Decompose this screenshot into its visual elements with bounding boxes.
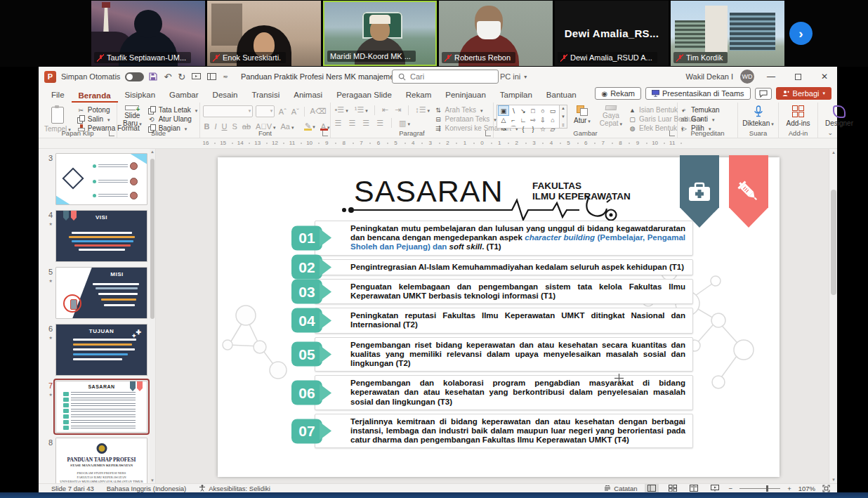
objective-item[interactable]: 05Pengembangan riset bidang keperawatan … (291, 337, 693, 372)
decrease-font-icon[interactable]: Aˇ (290, 107, 300, 116)
slide-thumbnail-entry[interactable]: 3 (41, 153, 148, 205)
reset-button[interactable]: ⟲Atur Ulang (148, 115, 198, 123)
tab-desain[interactable]: Desain (206, 88, 245, 103)
font-size-select[interactable] (256, 105, 275, 117)
save-icon[interactable] (149, 72, 157, 81)
zoom-slider[interactable] (739, 488, 780, 489)
tab-tampilan[interactable]: Tampilan (493, 88, 539, 103)
increase-indent-icon[interactable]: ⇥ (394, 105, 402, 114)
slide-thumbnail-entry[interactable]: 7★SASARAN (41, 381, 148, 433)
reading-view-button[interactable] (687, 484, 701, 492)
collapse-ribbon-icon[interactable]: ⌄ (827, 129, 833, 136)
dialog-launcher-icon[interactable] (109, 131, 114, 136)
tab-animasi[interactable]: Animasi (287, 88, 329, 103)
zoom-in-button[interactable]: + (787, 485, 791, 492)
shapes-gallery[interactable]: ▣∖↘□○▭△⌐∟⇨⇩⌂↝⌒{}☆▱ (497, 105, 560, 129)
slide-sorter-button[interactable] (666, 484, 680, 492)
slide-count[interactable]: Slide 7 dari 43 (51, 485, 94, 492)
slide-thumbnail[interactable]: PANDUAN TAHAP PROFESISTASE MANAJEMEN KEP… (55, 438, 147, 483)
tab-beranda[interactable]: Beranda (72, 89, 118, 103)
slide-thumbnail-entry[interactable]: 8PANDUAN TAHAP PROFESISTASE MANAJEMEN KE… (41, 438, 148, 483)
slide-thumbnail-entry[interactable]: 6★TUJUAN✚✚ (41, 324, 148, 376)
quick-styles-button[interactable]: Gaya Cepat (597, 105, 625, 129)
paste-button[interactable]: Tempel (41, 105, 74, 129)
next-participants-button[interactable]: › (789, 22, 813, 45)
designer-button[interactable]: Designer (821, 105, 857, 128)
shape-tool[interactable]: ▭ (548, 106, 558, 115)
participant-tile[interactable]: Tim Kordik (671, 1, 784, 66)
scroll-down-icon[interactable]: ▼ (150, 478, 155, 483)
tab-sisipkan[interactable]: Sisipkan (118, 88, 162, 103)
user-avatar[interactable]: WD (740, 70, 754, 84)
slide-thumbnail[interactable] (55, 153, 147, 205)
slide-thumbnail[interactable]: TUJUAN✚✚ (55, 324, 147, 376)
tab-peninjauan[interactable]: Peninjauan (438, 88, 493, 103)
numbered-list-icon[interactable]: ¹☰ (353, 105, 369, 114)
tab-gambar[interactable]: Gambar (162, 88, 206, 103)
scrollbar-thumb[interactable] (831, 190, 836, 295)
participant-tile[interactable]: Dewi Amalia_RS...Dewi Amalia_RSUD A... (555, 1, 669, 66)
qat-more-icon[interactable]: ≂ (223, 73, 228, 80)
shape-tool[interactable]: ↘ (518, 106, 528, 115)
shape-tool[interactable]: ⌂ (548, 115, 558, 124)
shape-tool[interactable]: ∖ (508, 106, 518, 115)
objective-item[interactable]: 04Peningkatan reputasi Fakultas Ilmu Kep… (291, 308, 693, 333)
shape-tool[interactable]: □ (528, 106, 538, 115)
dialog-launcher-icon[interactable] (322, 131, 328, 136)
normal-view-button[interactable] (645, 484, 659, 492)
dialog-launcher-icon[interactable] (485, 131, 491, 136)
zoom-level[interactable]: 107% (798, 485, 815, 492)
autosave-toggle[interactable] (125, 72, 144, 81)
tab-bantuan[interactable]: Bantuan (539, 88, 584, 103)
slide-thumbnail[interactable]: MISI (55, 267, 147, 319)
clear-formatting-icon[interactable]: A⌫ (309, 107, 327, 116)
close-button[interactable]: ✕ (815, 68, 834, 85)
tab-peragaan-slide[interactable]: Peragaan Slide (329, 88, 399, 103)
objective-item[interactable]: 07Terjalinnya kemitraan di bidang kepera… (291, 414, 693, 449)
slide-thumbnail[interactable]: SASARAN (55, 381, 147, 433)
line-spacing-icon[interactable]: ↕☰ (414, 105, 431, 114)
increase-font-icon[interactable]: Aˆ (277, 107, 287, 116)
shape-tool[interactable]: ⌐ (508, 115, 518, 124)
replace-button[interactable]: abGanti (680, 115, 735, 123)
slide-thumbnail-panel[interactable]: 34★VISI5★MISI6★TUJUAN✚✚7★SASARAN8PANDUAN… (39, 149, 156, 483)
present-in-teams-button[interactable]: Presentasikan di Teams (645, 87, 751, 100)
find-button[interactable]: ⌕Temukan (680, 106, 735, 114)
shape-tool[interactable]: ○ (538, 106, 548, 115)
shape-tool[interactable]: ▣ (499, 106, 508, 115)
layout-button[interactable]: Tata Letak (148, 106, 198, 114)
dictate-button[interactable]: Diktekan (741, 105, 775, 129)
scrollbar-thumb[interactable] (150, 159, 154, 319)
scroll-up-icon[interactable]: ▲ (150, 150, 155, 154)
participant-tile[interactable]: Maridi MD-Koord MK ... (323, 1, 437, 66)
objective-item[interactable]: 01Peningkatan mutu pembelajaran dan lulu… (291, 221, 693, 256)
slideshow-icon[interactable] (192, 73, 201, 81)
language-status[interactable]: Bahasa Inggris (Indonesia) (107, 485, 187, 492)
shape-tool[interactable]: ∟ (518, 115, 528, 124)
restore-button[interactable] (788, 68, 808, 85)
bullet-list-icon[interactable]: •☰ (334, 105, 349, 114)
slideshow-view-button[interactable] (708, 484, 722, 492)
font-name-select[interactable] (203, 105, 253, 117)
gallery-scroll[interactable]: ▲▼≡ (560, 105, 567, 129)
slide-canvas[interactable]: SASARAN FAKULTASILMU KEPERAWATAN (218, 157, 780, 477)
search-input[interactable]: Cari (392, 70, 499, 84)
zoom-out-button[interactable]: − (729, 485, 733, 492)
tab-transisi[interactable]: Transisi (244, 88, 287, 103)
scroll-down-icon[interactable]: ▾ (829, 477, 838, 483)
dialog-launcher-icon[interactable] (669, 131, 675, 136)
slide-thumbnail-entry[interactable]: 4★VISI (41, 210, 148, 262)
arrange-button[interactable]: Atur (571, 105, 593, 129)
objective-item[interactable]: 02Pengintregrasian Al-Islam Kemuhammadiy… (291, 259, 693, 275)
participant-tile[interactable]: Taufik Septiawan-UM... (91, 1, 205, 66)
tab-rekam[interactable]: Rekam (399, 88, 438, 103)
view-options-icon[interactable] (207, 73, 216, 81)
align-center-icon[interactable]: ☰ (348, 119, 357, 128)
objective-item[interactable]: 03Penguatan kelembagaan dan pengembangan… (291, 279, 693, 304)
addins-button[interactable]: Add-ins (782, 105, 815, 128)
notes-button[interactable]: Catatan (604, 485, 637, 492)
columns-icon[interactable]: ▥ (398, 119, 412, 128)
justify-icon[interactable]: ☰ (376, 119, 385, 128)
powerpoint-app-icon[interactable]: P (44, 71, 56, 83)
windows-taskbar[interactable] (0, 492, 868, 498)
